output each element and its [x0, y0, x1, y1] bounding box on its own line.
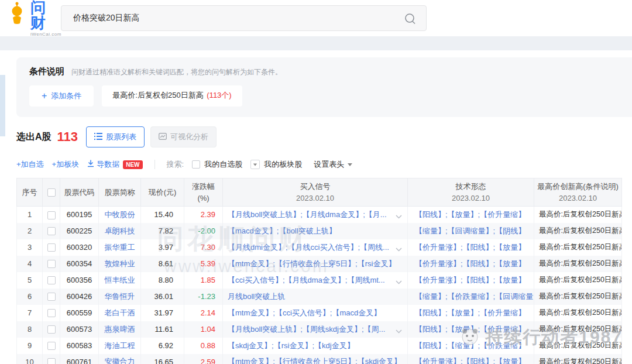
buy-signal-text[interactable]: 月线boll突破上轨 [228, 292, 285, 301]
buy-signal-text[interactable]: 【月线dmi金叉】;【月线cci买入信号】;【周线... [228, 243, 389, 252]
row-checkbox[interactable] [47, 358, 56, 364]
table-row[interactable]: 3 600320 振华重工 3.97 7.30 【月线dmi金叉】;【月线cci… [17, 239, 622, 256]
row-checkbox[interactable] [47, 211, 56, 219]
col-index: 序号 [17, 178, 43, 207]
tech-pattern-text[interactable]: 【价升量涨】;【阳线】;【放量】 [408, 354, 534, 364]
row-checkbox[interactable] [47, 276, 56, 284]
add-board-link[interactable]: +加板块 [52, 159, 80, 170]
table-row[interactable]: 4 600354 敦煌种业 8.61 5.39 【mtm金叉】;【行情收盘价上穿… [17, 256, 622, 272]
col-change[interactable]: 涨跌幅(%) [184, 178, 223, 207]
col-high-condition[interactable]: 最高价创新高(条件说明) 2023.02.10 [534, 178, 622, 207]
set-table-header-button[interactable]: 设置表头 [314, 159, 352, 170]
stock-name-link[interactable]: 振华重工 [105, 243, 135, 252]
stock-change: 2.59 [201, 358, 215, 364]
buy-signal-text[interactable]: 【mtm金叉】;【cci买入信号】;【macd金叉】 [228, 308, 381, 317]
table-row[interactable]: 10 600761 安徽合力 16.65 2.59 【mtm金叉】;【行情收盘价… [17, 354, 622, 364]
row-checkbox[interactable] [47, 342, 56, 350]
chevron-down-icon [348, 163, 352, 166]
buy-signal-text[interactable]: 【月线boll突破上轨】;【周线skdj金叉】;【周... [228, 325, 385, 334]
table-row[interactable]: 2 600225 卓朗科技 7.82 -2.00 【macd金叉】;【boll突… [17, 223, 622, 239]
tech-pattern-text[interactable]: 【阳线】;【缩量】;【价跌量缩】 [408, 338, 534, 354]
stock-name-link[interactable]: 中牧股份 [105, 210, 135, 219]
col-price[interactable]: 现价(元) [141, 178, 184, 207]
row-checkbox[interactable] [47, 243, 56, 252]
tech-pattern-text[interactable]: 【缩量】;【回调缩量】;【阴线】 [408, 223, 534, 239]
search-input[interactable] [61, 13, 426, 23]
row-index: 1 [17, 207, 43, 223]
row-checkbox[interactable] [47, 260, 56, 268]
col-buy-signal[interactable]: 买入信号 2023.02.10 [223, 178, 408, 207]
buy-signal-text[interactable]: 【skdj金叉】;【rsi金叉】;【kdj金叉】 [228, 341, 355, 350]
stock-name-link[interactable]: 安徽合力 [105, 357, 135, 364]
stock-price: 16.65 [141, 354, 184, 364]
my-board-filter[interactable]: 我的板块股 [250, 159, 302, 170]
tech-pattern-text[interactable]: 【阳线】;【放量】;【价升量缩】 [408, 207, 534, 223]
tab-visual-analysis[interactable]: 可视化分析 [150, 126, 217, 147]
col-tech-pattern[interactable]: 技术形态 2023.02.10 [408, 178, 534, 207]
board-dropdown-icon[interactable] [250, 160, 260, 169]
result-label: 选出A股 [16, 131, 51, 143]
select-all-checkbox[interactable] [47, 188, 56, 197]
tech-pattern-text[interactable]: 【阳线】;【放量】;【价升量缩】 [408, 321, 534, 338]
tab-stock-list[interactable]: 股票列表 [86, 126, 145, 147]
expand-chevron-icon[interactable] [396, 212, 402, 221]
condition-panel: 条件说明 问财通过精准语义解析和关键词匹配，将您的问句解析为如下条件。 + 添加… [16, 57, 632, 117]
stock-name-link[interactable]: 惠泉啤酒 [105, 325, 135, 334]
stock-name-link[interactable]: 卓朗科技 [105, 226, 135, 235]
stock-name-link[interactable]: 海油工程 [105, 341, 135, 350]
stock-code: 600354 [60, 256, 99, 272]
table-row[interactable]: 1 600195 中牧股份 15.40 2.39 【月线boll突破上轨】;【月… [17, 207, 622, 223]
table-row[interactable]: 6 600426 华鲁恒升 36.01 -1.23 月线boll突破上轨 【缩量… [17, 289, 622, 305]
logo-brand: 问财 [30, 0, 61, 30]
row-checkbox[interactable] [47, 325, 56, 334]
stock-price: 8.80 [141, 272, 184, 289]
col-name: 股票简称 [99, 178, 141, 207]
row-checkbox[interactable] [47, 309, 56, 317]
iwencai-page: 问财 iWenCai.com 条件说明 问财通过精准语义解析和关键词匹配，将您的… [0, 0, 632, 364]
iwencai-logo[interactable]: 问财 iWenCai.com [8, 0, 59, 37]
row-checkbox[interactable] [47, 293, 56, 301]
row-index: 2 [17, 223, 43, 239]
expand-chevron-icon[interactable] [396, 277, 402, 286]
high-condition-text: 最高价:后复权创250日新高 [534, 239, 622, 256]
stock-code: 600559 [60, 305, 99, 321]
add-watchlist-link[interactable]: +加自选 [16, 159, 44, 170]
tech-pattern-text[interactable]: 【缩量】;【价跌量缩】;【回调缩量】 [408, 289, 534, 305]
plus-icon: + [42, 91, 47, 101]
row-checkbox[interactable] [47, 227, 56, 235]
table-row[interactable]: 8 600573 惠泉啤酒 11.61 1.04 【月线boll突破上轨】;【周… [17, 321, 622, 338]
stock-code: 600225 [60, 223, 99, 239]
search-icon[interactable] [404, 12, 417, 28]
table-row[interactable]: 7 600559 老白干酒 31.97 2.14 【mtm金叉】;【cci买入信… [17, 305, 622, 321]
stock-change: 0.88 [201, 341, 215, 350]
left-scroll-strip [0, 75, 5, 136]
expand-chevron-icon[interactable] [396, 327, 402, 335]
my-watchlist-filter[interactable]: 我的自选股 [192, 159, 242, 170]
stock-code: 600573 [60, 321, 99, 338]
tech-pattern-text[interactable]: 【价升量涨】;【阳线】;【放量】 [408, 239, 534, 256]
row-index: 3 [17, 239, 43, 256]
row-index: 5 [17, 272, 43, 289]
buy-signal-text[interactable]: 【月线boll突破上轨】;【月线dma金叉】;【月... [228, 210, 387, 219]
stock-name-link[interactable]: 恒丰纸业 [105, 276, 135, 284]
condition-tag[interactable]: 最高价:后复权创250日新高 (113个) [102, 85, 242, 107]
stock-name-link[interactable]: 华鲁恒升 [105, 292, 135, 301]
add-condition-button[interactable]: + 添加条件 [29, 85, 94, 107]
buy-signal-text[interactable]: 【mtm金叉】;【行情收盘价上穿5日】;【skdj金叉】 [228, 357, 401, 364]
table-row[interactable]: 9 600583 海油工程 6.92 0.88 【skdj金叉】;【rsi金叉】… [17, 338, 622, 354]
expand-chevron-icon[interactable] [396, 245, 402, 253]
buy-signal-text[interactable]: 【cci买入信号】;【月线dma金叉】;【周线mt... [228, 276, 385, 284]
tech-pattern-text[interactable]: 【价升量涨】;【阳线】;【放量】 [408, 256, 534, 272]
stock-name-link[interactable]: 老白干酒 [105, 308, 135, 317]
stock-name-link[interactable]: 敦煌种业 [105, 259, 135, 268]
export-data-link[interactable]: 导数据 NEW [87, 159, 142, 170]
buy-signal-text[interactable]: 【mtm金叉】;【行情收盘价上穿5日】;【rsi金叉】 [228, 259, 396, 268]
tech-pattern-text[interactable]: 【价升量涨】;【阳线】;【放量】 [408, 272, 534, 289]
stock-code: 600320 [60, 239, 99, 256]
table-row[interactable]: 5 600356 恒丰纸业 8.80 1.85 【cci买入信号】;【月线dma… [17, 272, 622, 289]
high-condition-text: 最高价:后复权创250日新高 [534, 321, 622, 338]
buy-signal-text[interactable]: 【macd金叉】;【boll突破上轨】 [228, 226, 336, 235]
my-watchlist-checkbox[interactable] [192, 160, 200, 169]
row-index: 10 [17, 354, 43, 364]
tech-pattern-text[interactable]: 【阳线】;【放量】;【价升量缩】 [408, 305, 534, 321]
